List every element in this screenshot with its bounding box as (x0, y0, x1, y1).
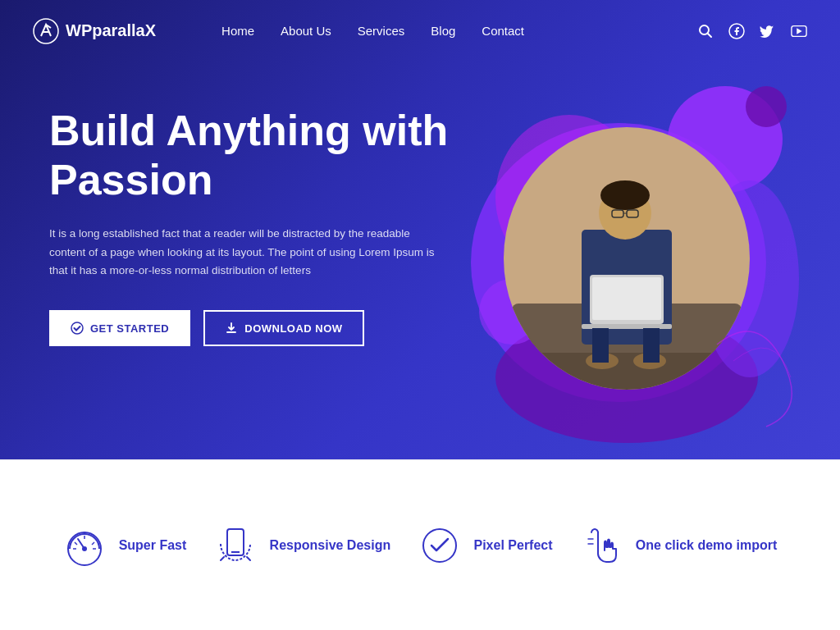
svg-point-32 (82, 546, 87, 551)
svg-line-35 (75, 542, 77, 545)
brand-name: WPparallaX (66, 21, 156, 40)
logo[interactable]: WPparallaX (33, 18, 156, 44)
search-icon[interactable] (697, 23, 714, 39)
nav-services[interactable]: Services (358, 24, 405, 38)
svg-line-2 (708, 33, 712, 37)
nav-blog[interactable]: Blog (431, 24, 455, 38)
feature-pixel-perfect: Pixel Perfect (418, 524, 553, 567)
hero-buttons: GET STARTED DOWNLOAD NOW (49, 310, 476, 346)
feature-super-fast-label: Super Fast (119, 538, 187, 553)
nav-contact[interactable]: Contact (482, 24, 524, 38)
feature-pixel-perfect-label: Pixel Perfect (474, 538, 553, 553)
download-button[interactable]: DOWNLOAD NOW (203, 310, 363, 346)
logo-icon (33, 18, 59, 44)
nav-links: Home About Us Services Blog Contact (221, 24, 524, 39)
svg-point-6 (71, 322, 83, 334)
navbar: WPparallaX Home About Us Services Blog C… (0, 0, 840, 62)
svg-line-36 (92, 542, 94, 545)
nav-home[interactable]: Home (221, 24, 254, 38)
hero-content: Build Anything with Passion It is a long… (49, 107, 476, 346)
twitter-icon[interactable] (760, 23, 776, 39)
nav-right (697, 23, 807, 39)
svg-point-40 (423, 529, 456, 562)
download-icon (225, 322, 238, 335)
feature-responsive: Responsive Design (214, 524, 391, 567)
svg-marker-5 (797, 28, 801, 34)
features-bar: Super Fast Responsive Design Pixel Perfe… (0, 459, 840, 630)
hero-description: It is a long established fact that a rea… (49, 225, 443, 281)
svg-rect-25 (592, 277, 661, 320)
get-started-button[interactable]: GET STARTED (49, 310, 190, 346)
hero-title: Build Anything with Passion (49, 107, 476, 205)
feature-one-click: One click demo import (580, 524, 777, 567)
checkmark-circle-icon (418, 524, 461, 567)
speedometer-icon (63, 524, 106, 567)
hand-click-icon (580, 524, 623, 567)
mobile-icon (214, 524, 257, 567)
svg-point-20 (600, 180, 650, 210)
facebook-icon[interactable] (728, 23, 745, 39)
youtube-icon[interactable] (791, 23, 807, 39)
check-circle-icon (71, 322, 84, 335)
svg-rect-30 (643, 328, 660, 363)
hero-section: Build Anything with Passion It is a long… (0, 0, 840, 459)
svg-rect-29 (592, 328, 609, 363)
feature-responsive-label: Responsive Design (270, 538, 391, 553)
svg-point-9 (746, 86, 787, 127)
feature-super-fast: Super Fast (63, 524, 187, 567)
feature-one-click-label: One click demo import (636, 538, 777, 553)
nav-about[interactable]: About Us (281, 24, 331, 38)
